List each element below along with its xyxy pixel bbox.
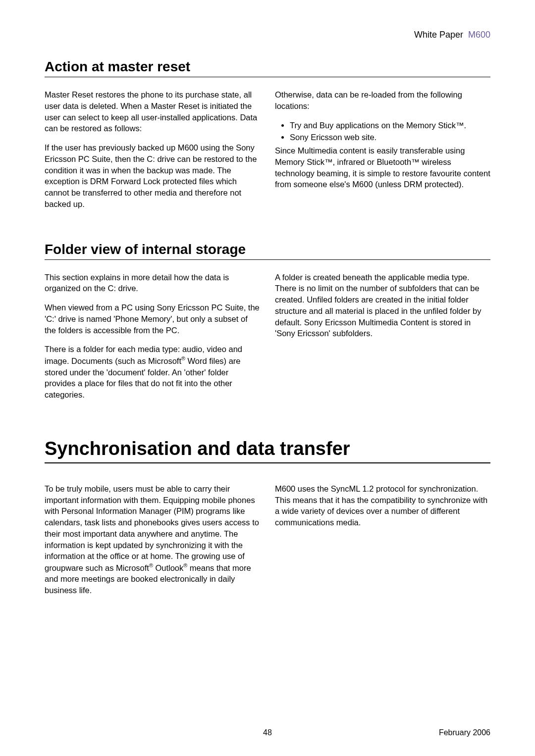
- registered-symbol: ®: [181, 355, 185, 361]
- right-column: M600 uses the SyncML 1.2 protocol for sy…: [275, 483, 490, 604]
- two-column-layout: This section explains in more detail how…: [45, 272, 490, 408]
- two-column-layout: To be truly mobile, users must be able t…: [45, 483, 490, 604]
- left-column: To be truly mobile, users must be able t…: [45, 483, 260, 604]
- bullet-list: Try and Buy applications on the Memory S…: [275, 120, 490, 144]
- two-column-layout: Master Reset restores the phone to its p…: [45, 89, 490, 218]
- body-text: Otherwise, data can be re-loaded from th…: [275, 89, 490, 112]
- chapter-synchronisation: Synchronisation and data transfer To be …: [45, 438, 490, 604]
- list-item: Try and Buy applications on the Memory S…: [290, 120, 490, 131]
- page-footer: 48 February 2006: [45, 728, 490, 737]
- body-text: There is a folder for each media type: a…: [45, 344, 260, 400]
- right-column: A folder is created beneath the applicab…: [275, 272, 490, 408]
- section-title: Action at master reset: [45, 59, 490, 77]
- page-number: 48: [45, 728, 490, 737]
- body-text: Master Reset restores the phone to its p…: [45, 89, 260, 134]
- registered-symbol: ®: [149, 562, 153, 568]
- running-header: White Paper M600: [45, 30, 490, 40]
- page: White Paper M600 Action at master reset …: [0, 0, 535, 756]
- list-item: Sony Ericsson web site.: [290, 132, 490, 143]
- body-text: This section explains in more detail how…: [45, 272, 260, 295]
- header-label: White Paper: [414, 30, 463, 40]
- left-column: This section explains in more detail how…: [45, 272, 260, 408]
- body-text: A folder is created beneath the applicab…: [275, 272, 490, 340]
- body-text: When viewed from a PC using Sony Ericsso…: [45, 302, 260, 336]
- footer-date: February 2006: [439, 728, 490, 737]
- section-folder-view: Folder view of internal storage This sec…: [45, 242, 490, 408]
- right-column: Otherwise, data can be re-loaded from th…: [275, 89, 490, 218]
- body-text: If the user has previously backed up M60…: [45, 142, 260, 210]
- body-text: Since Multimedia content is easily trans…: [275, 145, 490, 190]
- chapter-title: Synchronisation and data transfer: [45, 438, 490, 463]
- left-column: Master Reset restores the phone to its p…: [45, 89, 260, 218]
- body-text: To be truly mobile, users must be able t…: [45, 483, 260, 596]
- section-action-master-reset: Action at master reset Master Reset rest…: [45, 59, 490, 218]
- section-title: Folder view of internal storage: [45, 242, 490, 260]
- body-text: M600 uses the SyncML 1.2 protocol for sy…: [275, 483, 490, 528]
- header-model: M600: [468, 30, 490, 40]
